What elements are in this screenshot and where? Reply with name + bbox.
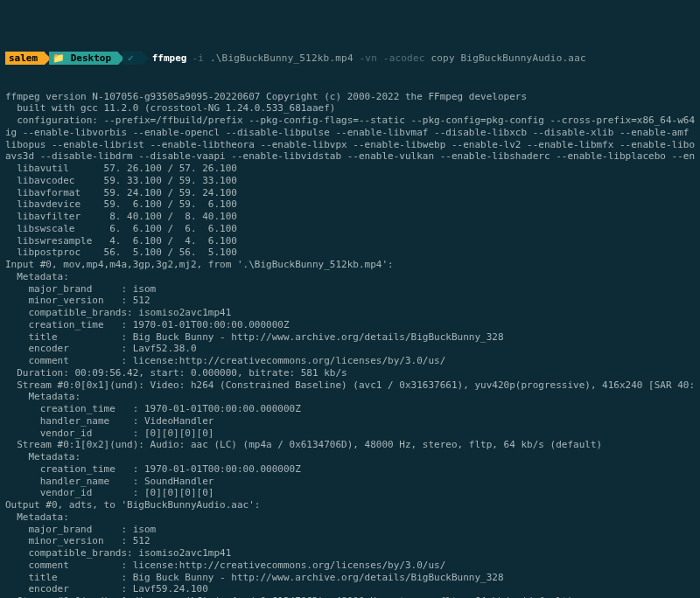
arg-flag: -i bbox=[192, 52, 204, 64]
prompt-path-segment: 📁 Desktop bbox=[49, 52, 118, 65]
output-line: Output #0, adts, to 'BigBuckBunnyAudio.a… bbox=[5, 499, 695, 511]
output-line: libavformat 59. 24.100 / 59. 24.100 bbox=[5, 187, 695, 199]
output-line: Metadata: bbox=[5, 391, 695, 403]
shell-prompt[interactable]: salem 📁 Desktop ✓ ffmpeg -i .\BigBuckBun… bbox=[5, 52, 695, 65]
output-line: encoder : Lavf52.38.0 bbox=[5, 343, 695, 355]
command-args: -i .\BigBuckBunny_512kb.mp4 -vn -acodec … bbox=[192, 52, 585, 65]
check-icon: ✓ bbox=[128, 52, 134, 64]
output-line: comment : license:http://creativecommons… bbox=[5, 560, 695, 572]
output-line: libswscale 6. 6.100 / 6. 6.100 bbox=[5, 223, 695, 235]
output-line: libavfilter 8. 40.100 / 8. 40.100 bbox=[5, 211, 695, 223]
output-line: major_brand : isom bbox=[5, 283, 695, 296]
output-line: creation_time : 1970-01-01T00:00:00.0000… bbox=[5, 319, 695, 331]
output-line: creation_time : 1970-01-01T00:00:00.0000… bbox=[5, 463, 695, 476]
output-line: libopus --enable-librist --enable-libthe… bbox=[5, 139, 695, 151]
prompt-user-segment: salem bbox=[5, 52, 45, 65]
arg-rest: copy BigBuckBunnyAudio.aac bbox=[425, 52, 586, 64]
output-line: encoder : Lavf59.24.100 bbox=[5, 583, 695, 595]
terminal-output: ffmpeg version N-107056-g93505a9095-2022… bbox=[5, 91, 695, 599]
output-line: Duration: 00:09:56.42, start: 0.000000, … bbox=[5, 367, 695, 379]
output-line: minor_version : 512 bbox=[5, 535, 695, 547]
output-line: title : Big Buck Bunny - http://www.arch… bbox=[5, 331, 695, 344]
output-line: libavcodec 59. 33.100 / 59. 33.100 bbox=[5, 175, 695, 187]
output-line: comment : license:http://creativecommons… bbox=[5, 355, 695, 367]
output-line: Input #0, mov,mp4,m4a,3gp,3g2,mj2, from … bbox=[5, 259, 695, 271]
output-line: Stream #0:0[0x1](und): Video: h264 (Cons… bbox=[5, 379, 695, 392]
output-line: vendor_id : [0][0][0][0] bbox=[5, 428, 695, 440]
output-line: Stream #0:1[0x2](und): Audio: aac (LC) (… bbox=[5, 439, 695, 451]
output-line: Metadata: bbox=[5, 451, 695, 463]
output-line: libpostproc 56. 5.100 / 56. 5.100 bbox=[5, 247, 695, 259]
output-line: handler_name : VideoHandler bbox=[5, 415, 695, 428]
output-line: built with gcc 11.2.0 (crosstool-NG 1.24… bbox=[5, 102, 695, 115]
arg-flag: -vn -acodec bbox=[360, 52, 425, 64]
output-line: configuration: --prefix=/ffbuild/prefix … bbox=[5, 115, 695, 127]
output-line: creation_time : 1970-01-01T00:00:00.0000… bbox=[5, 403, 695, 415]
output-line: minor_version : 512 bbox=[5, 295, 695, 307]
output-line: major_brand : isom bbox=[5, 524, 695, 536]
command-name: ffmpeg bbox=[152, 52, 187, 65]
output-line: compatible_brands: isomiso2avc1mp41 bbox=[5, 307, 695, 319]
output-line: title : Big Buck Bunny - http://www.arch… bbox=[5, 572, 695, 584]
output-line: ffmpeg version N-107056-g93505a9095-2022… bbox=[5, 91, 695, 103]
output-line: ig --enable-libvorbis --enable-opencl --… bbox=[5, 127, 695, 139]
output-line: avs3d --disable-libdrm --disable-vaapi -… bbox=[5, 150, 695, 163]
output-line: Metadata: bbox=[5, 511, 695, 524]
output-line: Metadata: bbox=[5, 271, 695, 283]
output-line: libswresample 4. 6.100 / 4. 6.100 bbox=[5, 235, 695, 247]
prompt-status-segment: ✓ bbox=[122, 52, 143, 65]
output-line: vendor_id : [0][0][0][0] bbox=[5, 487, 695, 499]
output-line: handler_name : SoundHandler bbox=[5, 476, 695, 488]
output-line: libavdevice 59. 6.100 / 59. 6.100 bbox=[5, 198, 695, 211]
prompt-path-label: Desktop bbox=[71, 52, 111, 64]
output-line: compatible_brands: isomiso2avc1mp41 bbox=[5, 547, 695, 560]
chevron-icon bbox=[143, 52, 149, 65]
arg-file: .\BigBuckBunny_512kb.mp4 bbox=[204, 52, 359, 64]
output-line: libavutil 57. 26.100 / 57. 26.100 bbox=[5, 163, 695, 175]
